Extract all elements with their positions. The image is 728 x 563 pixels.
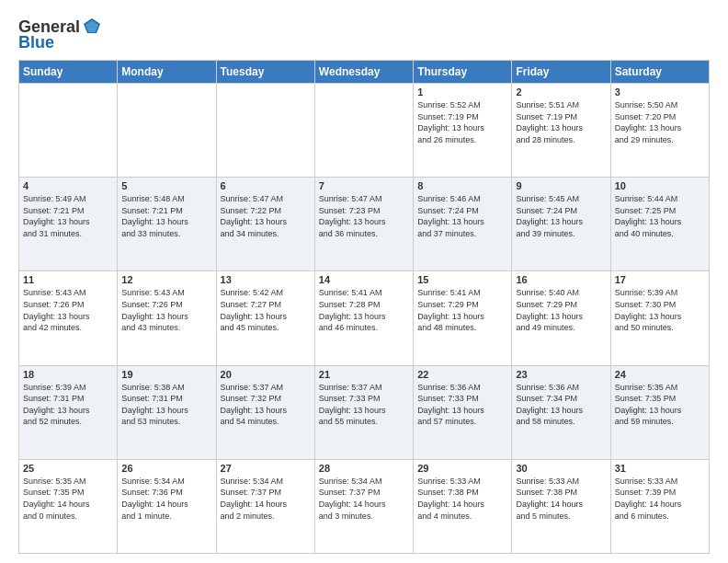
col-saturday: Saturday: [610, 61, 709, 84]
calendar-week-row: 11Sunrise: 5:43 AM Sunset: 7:26 PM Dayli…: [19, 271, 710, 365]
logo-flag-icon: [82, 17, 102, 37]
calendar-cell: 9Sunrise: 5:45 AM Sunset: 7:24 PM Daylig…: [512, 178, 610, 271]
col-friday: Friday: [512, 61, 610, 84]
day-info: Sunrise: 5:43 AM Sunset: 7:26 PM Dayligh…: [23, 287, 113, 333]
day-number: 9: [516, 180, 606, 191]
calendar-cell: 19Sunrise: 5:38 AM Sunset: 7:31 PM Dayli…: [118, 365, 216, 459]
day-info: Sunrise: 5:34 AM Sunset: 7:36 PM Dayligh…: [121, 476, 211, 522]
calendar-cell: 22Sunrise: 5:36 AM Sunset: 7:33 PM Dayli…: [414, 365, 512, 459]
day-number: 24: [615, 369, 705, 380]
day-number: 30: [516, 463, 606, 474]
day-info: Sunrise: 5:33 AM Sunset: 7:38 PM Dayligh…: [417, 476, 507, 522]
day-info: Sunrise: 5:42 AM Sunset: 7:27 PM Dayligh…: [221, 287, 311, 333]
calendar-cell: 8Sunrise: 5:46 AM Sunset: 7:24 PM Daylig…: [414, 178, 512, 271]
day-number: 18: [23, 369, 113, 380]
day-number: 31: [615, 463, 705, 474]
day-info: Sunrise: 5:33 AM Sunset: 7:38 PM Dayligh…: [516, 476, 606, 522]
day-info: Sunrise: 5:34 AM Sunset: 7:37 PM Dayligh…: [221, 476, 311, 522]
calendar-cell: 11Sunrise: 5:43 AM Sunset: 7:26 PM Dayli…: [19, 271, 118, 365]
calendar-table: Sunday Monday Tuesday Wednesday Thursday…: [18, 60, 710, 554]
day-number: 1: [417, 86, 507, 98]
logo: General Blue: [18, 17, 102, 52]
calendar-cell: 26Sunrise: 5:34 AM Sunset: 7:36 PM Dayli…: [118, 459, 216, 553]
day-info: Sunrise: 5:43 AM Sunset: 7:26 PM Dayligh…: [121, 287, 211, 333]
day-number: 8: [417, 180, 507, 191]
day-info: Sunrise: 5:40 AM Sunset: 7:29 PM Dayligh…: [516, 287, 606, 333]
day-number: 16: [516, 274, 606, 285]
day-number: 29: [417, 463, 507, 474]
day-number: 25: [23, 463, 113, 474]
day-info: Sunrise: 5:39 AM Sunset: 7:31 PM Dayligh…: [23, 382, 113, 428]
day-number: 6: [221, 180, 311, 191]
day-info: Sunrise: 5:45 AM Sunset: 7:24 PM Dayligh…: [516, 193, 606, 239]
day-number: 12: [121, 274, 211, 285]
day-info: Sunrise: 5:35 AM Sunset: 7:35 PM Dayligh…: [23, 476, 113, 522]
calendar-week-row: 25Sunrise: 5:35 AM Sunset: 7:35 PM Dayli…: [19, 459, 710, 553]
calendar-cell: [216, 84, 314, 178]
day-info: Sunrise: 5:38 AM Sunset: 7:31 PM Dayligh…: [121, 382, 211, 428]
calendar-cell: 3Sunrise: 5:50 AM Sunset: 7:20 PM Daylig…: [610, 84, 709, 178]
calendar-week-row: 1Sunrise: 5:52 AM Sunset: 7:19 PM Daylig…: [19, 84, 710, 178]
day-number: 20: [221, 369, 311, 380]
day-info: Sunrise: 5:41 AM Sunset: 7:29 PM Dayligh…: [417, 287, 507, 333]
day-number: 17: [615, 274, 705, 285]
calendar-cell: [314, 84, 413, 178]
day-number: 19: [121, 369, 211, 380]
day-info: Sunrise: 5:41 AM Sunset: 7:28 PM Dayligh…: [319, 287, 409, 333]
calendar-cell: 4Sunrise: 5:49 AM Sunset: 7:21 PM Daylig…: [19, 178, 118, 271]
day-number: 10: [615, 180, 705, 191]
day-number: 28: [319, 463, 409, 474]
day-info: Sunrise: 5:36 AM Sunset: 7:33 PM Dayligh…: [417, 382, 507, 428]
day-number: 2: [516, 86, 606, 98]
calendar-cell: 18Sunrise: 5:39 AM Sunset: 7:31 PM Dayli…: [19, 365, 118, 459]
day-number: 27: [221, 463, 311, 474]
day-info: Sunrise: 5:46 AM Sunset: 7:24 PM Dayligh…: [417, 193, 507, 239]
day-info: Sunrise: 5:47 AM Sunset: 7:22 PM Dayligh…: [221, 193, 311, 239]
calendar-cell: 6Sunrise: 5:47 AM Sunset: 7:22 PM Daylig…: [216, 178, 314, 271]
day-info: Sunrise: 5:37 AM Sunset: 7:33 PM Dayligh…: [319, 382, 409, 428]
calendar-cell: 12Sunrise: 5:43 AM Sunset: 7:26 PM Dayli…: [118, 271, 216, 365]
calendar-week-row: 18Sunrise: 5:39 AM Sunset: 7:31 PM Dayli…: [19, 365, 710, 459]
day-info: Sunrise: 5:35 AM Sunset: 7:35 PM Dayligh…: [615, 382, 705, 428]
day-number: 26: [121, 463, 211, 474]
day-number: 22: [417, 369, 507, 380]
col-wednesday: Wednesday: [314, 61, 413, 84]
calendar-cell: 21Sunrise: 5:37 AM Sunset: 7:33 PM Dayli…: [314, 365, 413, 459]
day-info: Sunrise: 5:48 AM Sunset: 7:21 PM Dayligh…: [121, 193, 211, 239]
col-tuesday: Tuesday: [216, 61, 314, 84]
calendar-cell: 27Sunrise: 5:34 AM Sunset: 7:37 PM Dayli…: [216, 459, 314, 553]
calendar-cell: 16Sunrise: 5:40 AM Sunset: 7:29 PM Dayli…: [512, 271, 610, 365]
calendar-cell: 1Sunrise: 5:52 AM Sunset: 7:19 PM Daylig…: [414, 84, 512, 178]
day-info: Sunrise: 5:37 AM Sunset: 7:32 PM Dayligh…: [221, 382, 311, 428]
day-number: 5: [121, 180, 211, 191]
calendar-cell: 24Sunrise: 5:35 AM Sunset: 7:35 PM Dayli…: [610, 365, 709, 459]
page: General Blue Sunday Monday Tuesday Wedne…: [0, 0, 728, 563]
calendar-cell: 5Sunrise: 5:48 AM Sunset: 7:21 PM Daylig…: [118, 178, 216, 271]
day-info: Sunrise: 5:36 AM Sunset: 7:34 PM Dayligh…: [516, 382, 606, 428]
calendar-cell: 2Sunrise: 5:51 AM Sunset: 7:19 PM Daylig…: [512, 84, 610, 178]
calendar-cell: 31Sunrise: 5:33 AM Sunset: 7:39 PM Dayli…: [610, 459, 709, 553]
day-number: 15: [417, 274, 507, 285]
calendar-cell: 28Sunrise: 5:34 AM Sunset: 7:37 PM Dayli…: [314, 459, 413, 553]
calendar-cell: 13Sunrise: 5:42 AM Sunset: 7:27 PM Dayli…: [216, 271, 314, 365]
calendar-week-row: 4Sunrise: 5:49 AM Sunset: 7:21 PM Daylig…: [19, 178, 710, 271]
day-number: 23: [516, 369, 606, 380]
day-info: Sunrise: 5:34 AM Sunset: 7:37 PM Dayligh…: [319, 476, 409, 522]
col-sunday: Sunday: [19, 61, 118, 84]
calendar-cell: 10Sunrise: 5:44 AM Sunset: 7:25 PM Dayli…: [610, 178, 709, 271]
calendar-cell: 7Sunrise: 5:47 AM Sunset: 7:23 PM Daylig…: [314, 178, 413, 271]
day-info: Sunrise: 5:51 AM Sunset: 7:19 PM Dayligh…: [516, 99, 606, 145]
day-number: 3: [615, 86, 705, 98]
day-info: Sunrise: 5:33 AM Sunset: 7:39 PM Dayligh…: [615, 476, 705, 522]
day-number: 11: [23, 274, 113, 285]
day-number: 4: [23, 180, 113, 191]
calendar-header-row: Sunday Monday Tuesday Wednesday Thursday…: [19, 61, 710, 84]
day-info: Sunrise: 5:39 AM Sunset: 7:30 PM Dayligh…: [615, 287, 705, 333]
calendar-cell: 17Sunrise: 5:39 AM Sunset: 7:30 PM Dayli…: [610, 271, 709, 365]
calendar-cell: 29Sunrise: 5:33 AM Sunset: 7:38 PM Dayli…: [414, 459, 512, 553]
day-info: Sunrise: 5:49 AM Sunset: 7:21 PM Dayligh…: [23, 193, 113, 239]
calendar-cell: 23Sunrise: 5:36 AM Sunset: 7:34 PM Dayli…: [512, 365, 610, 459]
day-info: Sunrise: 5:52 AM Sunset: 7:19 PM Dayligh…: [417, 99, 507, 145]
col-thursday: Thursday: [414, 61, 512, 84]
calendar-cell: 30Sunrise: 5:33 AM Sunset: 7:38 PM Dayli…: [512, 459, 610, 553]
